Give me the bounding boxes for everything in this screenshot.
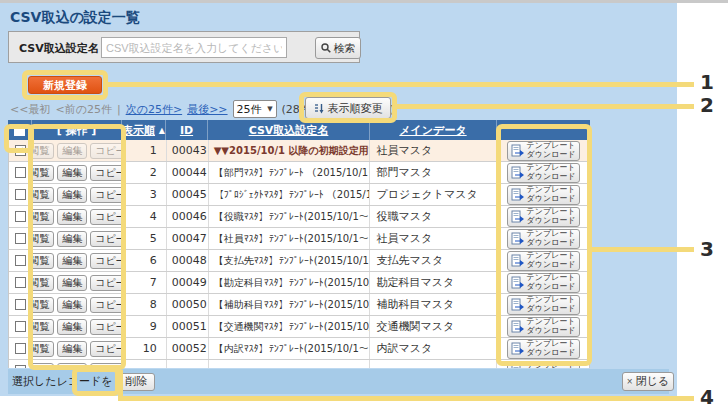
setting-name-sort-link[interactable]: CSV取込設定名 <box>249 123 329 138</box>
edit-button[interactable]: 編集 <box>57 187 87 203</box>
display-order-sort-link[interactable]: 表示順 <box>122 123 155 138</box>
search-input[interactable] <box>101 37 287 58</box>
template-download-icon <box>511 342 525 356</box>
view-button[interactable]: 閲覧 <box>33 187 54 203</box>
row-checkbox[interactable] <box>15 167 26 178</box>
template-download-button[interactable]: テンプレートダウンロード <box>507 317 580 337</box>
pagination-last-link[interactable]: 最後>> <box>187 102 227 117</box>
pagination-next-link[interactable]: 次の25件> <box>126 102 182 117</box>
table-header-main-data[interactable]: メインデータ <box>370 120 497 140</box>
template-download-label: テンプレートダウンロード <box>527 318 576 335</box>
view-button[interactable]: 閲覧 <box>33 319 54 335</box>
main-data-cell: 役職マスタ <box>370 206 497 227</box>
copy-button[interactable]: コピー <box>90 363 123 369</box>
row-operations-cell: 閲覧編集コピー <box>33 162 123 183</box>
template-download-button[interactable]: テンプレートダウンロード <box>507 229 580 249</box>
display-order-cell: 4 <box>123 206 167 227</box>
edit-button[interactable]: 編集 <box>57 341 87 357</box>
close-button[interactable]: × 閉じる <box>622 372 674 391</box>
row-checkbox[interactable] <box>15 189 26 200</box>
copy-button[interactable]: コピー <box>90 231 123 247</box>
template-download-button[interactable]: テンプレートダウンロード <box>507 273 580 293</box>
row-checkbox[interactable]: ✓ <box>15 145 26 156</box>
change-display-order-button[interactable]: 表示順変更 <box>305 97 391 119</box>
table-header-id[interactable]: ID <box>166 120 208 140</box>
row-checkbox[interactable] <box>15 343 26 354</box>
view-button[interactable]: 閲覧 <box>33 143 54 159</box>
copy-button[interactable]: コピー <box>90 209 123 225</box>
edit-button[interactable]: 編集 <box>57 165 87 181</box>
row-checkbox[interactable] <box>15 321 26 332</box>
template-download-button[interactable]: テンプレートダウンロード <box>507 361 580 369</box>
edit-button[interactable]: 編集 <box>57 297 87 313</box>
template-download-button[interactable]: テンプレートダウンロード <box>507 163 580 183</box>
template-cell: テンプレートダウンロード <box>497 250 590 271</box>
edit-button[interactable]: 編集 <box>57 319 87 335</box>
template-cell: テンプレートダウンロード <box>497 316 590 337</box>
row-checkbox[interactable] <box>15 365 26 368</box>
table-row: 閲覧編集コピー600048【支払先ﾏｽﾀ】ﾃﾝﾌﾟﾚｰﾄ(2015/10/1～)… <box>9 250 590 272</box>
view-button[interactable]: 閲覧 <box>33 363 54 369</box>
search-button[interactable]: 検索 <box>315 37 361 59</box>
copy-button[interactable]: コピー <box>90 143 123 159</box>
copy-button[interactable]: コピー <box>90 275 123 291</box>
new-registration-button[interactable]: 新規登録 <box>28 76 102 94</box>
template-download-button[interactable]: テンプレートダウンロード <box>507 141 580 161</box>
delete-button[interactable]: 削除 <box>119 373 155 391</box>
table-row: 閲覧編集コピー700049【勘定科目ﾏｽﾀ】ﾃﾝﾌﾟﾚｰﾄ(2015/10/1～… <box>9 272 590 294</box>
pagination-first-link[interactable]: <<最初 <box>10 102 50 117</box>
table-header-display-order[interactable]: 表示順 ▲ <box>122 120 166 140</box>
view-button[interactable]: 閲覧 <box>33 297 54 313</box>
copy-button[interactable]: コピー <box>90 165 123 181</box>
select-all-checkbox[interactable] <box>14 125 25 136</box>
sort-button-label: 表示順変更 <box>328 101 383 116</box>
table-header-setting-name[interactable]: CSV取込設定名 <box>208 120 370 140</box>
edit-button[interactable]: 編集 <box>57 363 87 369</box>
copy-button[interactable]: コピー <box>90 319 123 335</box>
id-cell: 00047 <box>167 228 209 249</box>
edit-button[interactable]: 編集 <box>57 275 87 291</box>
copy-button[interactable]: コピー <box>90 341 123 357</box>
edit-button[interactable]: 編集 <box>57 231 87 247</box>
template-download-button[interactable]: テンプレートダウンロード <box>507 339 580 359</box>
template-download-button[interactable]: テンプレートダウンロード <box>507 251 580 271</box>
footer-bar: 選択したレコードを 削除 × 閉じる <box>8 369 669 394</box>
template-download-button[interactable]: テンプレートダウンロード <box>507 207 580 227</box>
view-button[interactable]: 閲覧 <box>33 341 54 357</box>
main-data-cell: 内訳マスタ <box>370 338 497 359</box>
pagination-prev-link[interactable]: <前の25件 <box>55 102 111 117</box>
main-data-sort-link[interactable]: メインデータ <box>399 123 466 138</box>
table-row: 閲覧編集コピーテンプレートダウンロード <box>9 360 590 368</box>
row-checkbox[interactable] <box>15 211 26 222</box>
id-sort-link[interactable]: ID <box>180 124 193 137</box>
copy-button[interactable]: コピー <box>90 253 123 269</box>
row-operations-cell: 閲覧編集コピー <box>33 184 123 205</box>
template-download-button[interactable]: テンプレートダウンロード <box>507 295 580 315</box>
row-operations-cell: 閲覧編集コピー <box>33 228 123 249</box>
edit-button[interactable]: 編集 <box>57 209 87 225</box>
page-size-select[interactable]: 25件 ▼ <box>233 100 277 118</box>
view-button[interactable]: 閲覧 <box>33 165 54 181</box>
row-checkbox[interactable] <box>15 277 26 288</box>
id-cell: 00043 <box>167 140 209 161</box>
setting-name-cell: 【交通機関ﾏｽﾀ】ﾃﾝﾌﾟﾚｰﾄ(2015/10/1～) <box>209 316 371 337</box>
view-button[interactable]: 閲覧 <box>33 253 54 269</box>
template-cell: テンプレートダウンロード <box>497 162 590 183</box>
table-body: ✓閲覧編集コピー100043▼▼2015/10/1 以降の初期設定用▼▼社員マス… <box>8 140 590 368</box>
row-checkbox[interactable] <box>15 255 26 266</box>
table-header-checkbox-cell <box>8 120 32 140</box>
template-cell: テンプレートダウンロード <box>497 338 590 359</box>
edit-button[interactable]: 編集 <box>57 253 87 269</box>
view-button[interactable]: 閲覧 <box>33 231 54 247</box>
view-button[interactable]: 閲覧 <box>33 209 54 225</box>
view-button[interactable]: 閲覧 <box>33 275 54 291</box>
copy-button[interactable]: コピー <box>90 187 123 203</box>
template-download-button[interactable]: テンプレートダウンロード <box>507 185 580 205</box>
edit-button[interactable]: 編集 <box>57 143 87 159</box>
page-size-value: 25件 <box>237 102 262 117</box>
row-checkbox[interactable] <box>15 233 26 244</box>
row-checkbox[interactable] <box>15 299 26 310</box>
copy-button[interactable]: コピー <box>90 297 123 313</box>
template-download-icon <box>511 254 525 268</box>
id-cell: 00050 <box>167 294 209 315</box>
